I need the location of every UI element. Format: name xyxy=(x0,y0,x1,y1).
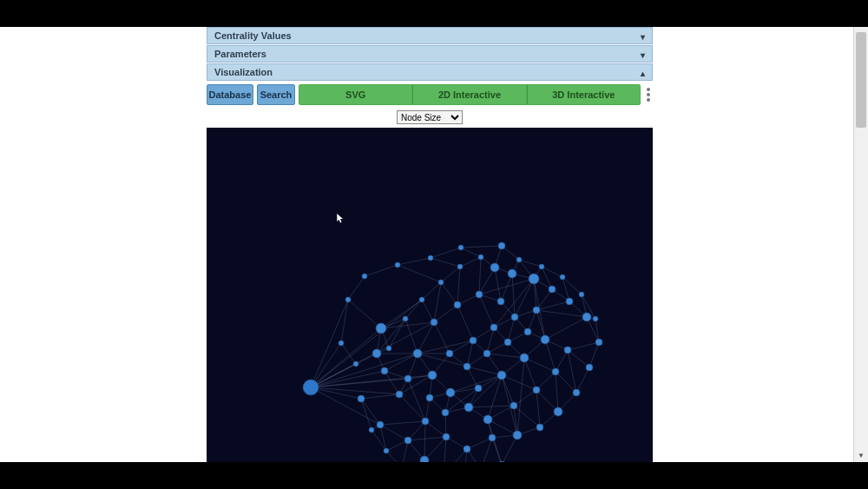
graph-node[interactable] xyxy=(497,371,506,380)
graph-node[interactable] xyxy=(504,339,511,346)
graph-node[interactable] xyxy=(516,257,522,262)
graph-node[interactable] xyxy=(579,292,584,297)
graph-node[interactable] xyxy=(560,274,565,280)
svg-line-105 xyxy=(422,300,434,322)
graph-node[interactable] xyxy=(303,380,319,395)
graph-node[interactable] xyxy=(372,349,381,358)
graph-node[interactable] xyxy=(573,389,580,396)
graph-node[interactable] xyxy=(549,286,556,293)
graph-node[interactable] xyxy=(454,301,461,308)
graph-node[interactable] xyxy=(554,407,562,416)
scrollbar-thumb[interactable] xyxy=(856,32,866,128)
graph-node[interactable] xyxy=(520,354,529,362)
graph-node[interactable] xyxy=(428,371,437,380)
svg-line-196 xyxy=(418,340,473,354)
tab-database[interactable]: Database xyxy=(207,84,253,105)
graph-node[interactable] xyxy=(404,437,411,444)
graph-node[interactable] xyxy=(404,375,411,382)
tab-2d-interactive[interactable]: 2D Interactive xyxy=(412,84,526,105)
svg-line-108 xyxy=(348,276,365,300)
graph-node[interactable] xyxy=(489,434,496,441)
graph-canvas[interactable] xyxy=(207,128,653,462)
graph-node[interactable] xyxy=(464,363,470,370)
graph-node[interactable] xyxy=(396,391,403,398)
graph-node[interactable] xyxy=(420,456,429,462)
overflow-menu-icon[interactable] xyxy=(644,84,653,105)
panel-centrality-values[interactable]: Centrality Values ▾ xyxy=(207,27,653,44)
graph-node[interactable] xyxy=(510,402,517,409)
graph-node[interactable] xyxy=(586,364,593,371)
graph-node[interactable] xyxy=(541,335,549,344)
tab-search[interactable]: Search xyxy=(257,84,295,105)
graph-node[interactable] xyxy=(593,316,598,321)
graph-node[interactable] xyxy=(476,291,483,298)
node-size-select[interactable]: Node Size xyxy=(397,110,463,124)
tab-svg[interactable]: SVG xyxy=(299,84,412,105)
graph-node[interactable] xyxy=(442,409,449,416)
graph-node[interactable] xyxy=(552,368,559,375)
graph-node[interactable] xyxy=(438,280,444,285)
graph-node[interactable] xyxy=(458,245,464,250)
chevron-down-icon: ▾ xyxy=(641,30,645,45)
graph-node[interactable] xyxy=(475,385,482,392)
graph-node[interactable] xyxy=(478,254,483,260)
graph-node[interactable] xyxy=(533,307,540,314)
svg-line-115 xyxy=(418,322,434,354)
graph-node[interactable] xyxy=(533,387,540,393)
graph-node[interactable] xyxy=(513,431,522,439)
graph-node[interactable] xyxy=(564,347,571,354)
graph-node[interactable] xyxy=(345,297,351,302)
scroll-down-icon[interactable]: ▼ xyxy=(854,448,868,462)
graph-node[interactable] xyxy=(464,403,473,412)
graph-node[interactable] xyxy=(339,340,344,346)
svg-line-109 xyxy=(341,300,348,343)
graph-node[interactable] xyxy=(483,415,492,424)
graph-node[interactable] xyxy=(381,367,388,374)
svg-line-107 xyxy=(405,319,418,354)
graph-node[interactable] xyxy=(426,394,433,401)
graph-node[interactable] xyxy=(490,324,497,331)
graph-node[interactable] xyxy=(384,448,389,453)
graph-node[interactable] xyxy=(419,297,424,302)
graph-node[interactable] xyxy=(511,314,518,320)
network-graph[interactable] xyxy=(207,128,653,462)
graph-node[interactable] xyxy=(470,337,477,344)
graph-node[interactable] xyxy=(377,421,384,428)
graph-node[interactable] xyxy=(457,264,463,269)
graph-node[interactable] xyxy=(582,313,591,321)
graph-node[interactable] xyxy=(595,339,602,346)
svg-line-2 xyxy=(311,371,385,387)
graph-node[interactable] xyxy=(529,274,539,284)
graph-node[interactable] xyxy=(508,269,516,278)
graph-node[interactable] xyxy=(464,446,470,453)
tab-3d-interactive[interactable]: 3D Interactive xyxy=(527,84,641,105)
panel-visualization[interactable]: Visualization ▴ xyxy=(207,63,653,81)
graph-node[interactable] xyxy=(443,433,450,440)
graph-node[interactable] xyxy=(403,316,408,321)
graph-node[interactable] xyxy=(376,323,386,334)
graph-node[interactable] xyxy=(566,298,573,305)
graph-node[interactable] xyxy=(497,298,504,305)
svg-line-26 xyxy=(399,394,425,421)
graph-node[interactable] xyxy=(536,424,543,431)
graph-node[interactable] xyxy=(446,350,453,357)
graph-node[interactable] xyxy=(490,263,499,272)
graph-node[interactable] xyxy=(428,255,433,261)
graph-node[interactable] xyxy=(446,388,455,397)
graph-node[interactable] xyxy=(539,264,544,269)
vertical-scrollbar[interactable]: ▲ ▼ xyxy=(853,27,868,462)
graph-node[interactable] xyxy=(362,274,367,279)
graph-node[interactable] xyxy=(395,262,400,268)
graph-node[interactable] xyxy=(386,346,391,351)
panel-parameters[interactable]: Parameters ▾ xyxy=(207,45,653,63)
graph-node[interactable] xyxy=(483,350,490,357)
graph-node[interactable] xyxy=(369,427,374,433)
graph-node[interactable] xyxy=(422,418,429,425)
graph-node[interactable] xyxy=(358,395,365,402)
graph-node[interactable] xyxy=(524,328,531,335)
graph-node[interactable] xyxy=(413,349,422,358)
graph-node[interactable] xyxy=(431,319,437,326)
graph-node[interactable] xyxy=(498,461,505,462)
graph-node[interactable] xyxy=(498,242,505,249)
graph-node[interactable] xyxy=(353,361,358,367)
